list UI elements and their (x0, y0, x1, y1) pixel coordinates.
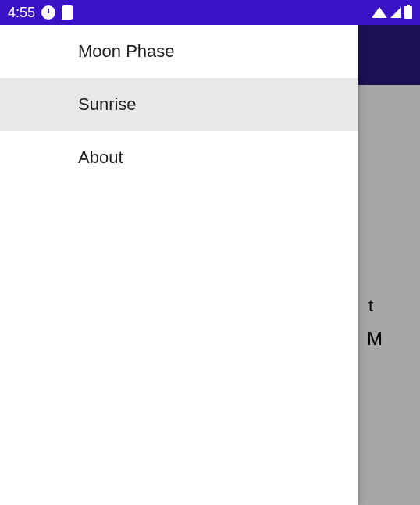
navigation-drawer: Moon Phase Sunrise About (0, 25, 358, 505)
status-left: 4:55 (8, 5, 73, 21)
status-right (372, 6, 412, 19)
drawer-item-label: About (78, 148, 123, 168)
wifi-icon (372, 7, 387, 18)
status-bar: 4:55 (0, 0, 420, 25)
battery-icon (404, 6, 412, 19)
clock-icon (41, 5, 55, 20)
drawer-item-about[interactable]: About (0, 131, 358, 184)
signal-icon (390, 7, 401, 18)
sd-card-icon (62, 5, 73, 20)
drawer-item-sunrise[interactable]: Sunrise (0, 78, 358, 131)
drawer-item-moon-phase[interactable]: Moon Phase (0, 25, 358, 78)
drawer-item-label: Moon Phase (78, 41, 175, 62)
status-time: 4:55 (8, 5, 35, 21)
drawer-item-label: Sunrise (78, 94, 137, 115)
